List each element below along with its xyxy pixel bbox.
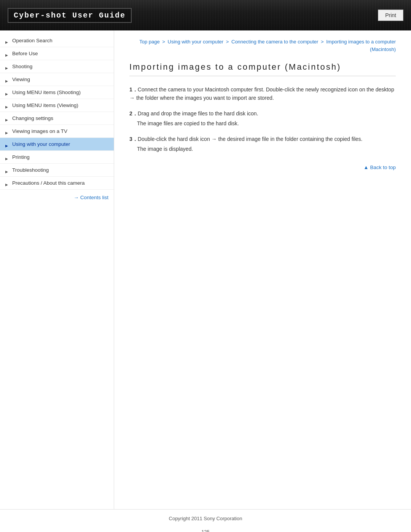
sidebar-item-using-menu-shooting[interactable]: Using MENU items (Shooting) (0, 86, 114, 99)
arrow-icon (5, 155, 9, 159)
sidebar-item-label: Shooting (12, 64, 32, 69)
step-3: 3．Double-click the hard disk icon → the … (129, 135, 396, 153)
arrow-icon (5, 65, 9, 69)
page-title: Importing images to a computer (Macintos… (129, 62, 396, 76)
sidebar-item-label: Using MENU items (Shooting) (12, 89, 81, 95)
sidebar-item-label: Printing (12, 154, 30, 160)
sidebar: Operation SearchBefore UseShootingViewin… (0, 30, 114, 509)
sidebar-item-using-computer[interactable]: Using with your computer (0, 138, 114, 151)
arrow-icon (5, 168, 9, 172)
contents-link-row: Contents list (0, 190, 114, 205)
step-1: 1．Connect the camera to your Macintosh c… (129, 85, 396, 102)
sidebar-item-label: Using MENU items (Viewing) (12, 102, 78, 108)
sidebar-item-shooting[interactable]: Shooting (0, 60, 114, 73)
arrow-icon (5, 91, 9, 94)
sidebar-item-troubleshooting[interactable]: Troubleshooting (0, 164, 114, 177)
breadcrumb-separator: > (319, 39, 325, 45)
sidebar-item-label: Operation Search (12, 38, 53, 43)
sidebar-item-label: Precautions / About this camera (12, 180, 85, 186)
header: Cyber-shot User Guide Print (0, 0, 411, 30)
breadcrumb-separator: > (161, 39, 167, 45)
step-2: 2．Drag and drop the image files to the h… (129, 109, 396, 128)
sidebar-item-label: Using with your computer (12, 141, 70, 147)
sidebar-item-precautions[interactable]: Precautions / About this camera (0, 177, 114, 190)
arrow-icon (5, 78, 9, 81)
breadcrumb-link-0[interactable]: Top page (139, 39, 160, 45)
footer: Copyright 2011 Sony Corporation 125 (0, 509, 411, 532)
step-3-text1: 3．Double-click the hard disk icon → the … (129, 135, 396, 143)
sidebar-item-viewing-tv[interactable]: Viewing images on a TV (0, 125, 114, 138)
arrow-icon (5, 181, 9, 185)
arrow-icon (5, 129, 9, 133)
copyright: Copyright 2011 Sony Corporation (6, 516, 405, 521)
arrow-icon (5, 52, 9, 56)
sidebar-item-operation-search[interactable]: Operation Search (0, 34, 114, 47)
sidebar-item-label: Before Use (12, 51, 38, 56)
breadcrumb-link-3[interactable]: Importing images to a computer (Macintos… (326, 39, 396, 52)
site-title: Cyber-shot User Guide (8, 8, 132, 23)
sidebar-item-viewing[interactable]: Viewing (0, 73, 114, 86)
sidebar-item-printing[interactable]: Printing (0, 151, 114, 164)
step-2-text2: The image files are copied to the hard d… (137, 119, 396, 128)
back-to-top-link[interactable]: Back to top (363, 165, 396, 170)
breadcrumb-link-2[interactable]: Connecting the camera to the computer (231, 39, 318, 45)
arrow-icon (5, 117, 9, 120)
sidebar-item-changing-settings[interactable]: Changing settings (0, 112, 114, 125)
step-3-text2: The image is displayed. (137, 145, 396, 153)
back-to-top-container: Back to top (129, 165, 396, 170)
contents-list-link[interactable]: Contents list (73, 195, 108, 200)
sidebar-item-using-menu-viewing[interactable]: Using MENU items (Viewing) (0, 99, 114, 112)
breadcrumb-separator: > (225, 39, 230, 45)
sidebar-item-before-use[interactable]: Before Use (0, 47, 114, 60)
breadcrumb-link-1[interactable]: Using with your computer (168, 39, 224, 45)
arrow-icon (5, 142, 9, 146)
print-button[interactable]: Print (378, 10, 403, 21)
sidebar-item-label: Viewing images on a TV (12, 128, 67, 134)
arrow-icon (5, 39, 9, 43)
sidebar-item-label: Troubleshooting (12, 167, 49, 173)
step-1-text: 1．Connect the camera to your Macintosh c… (129, 85, 396, 102)
main-container: Operation SearchBefore UseShootingViewin… (0, 30, 411, 509)
page-number: 125 (6, 529, 405, 532)
main-content: Top page > Using with your computer > Co… (114, 30, 411, 509)
arrow-icon (5, 104, 9, 107)
sidebar-item-label: Viewing (12, 77, 30, 82)
sidebar-item-label: Changing settings (12, 115, 53, 121)
step-2-text1: 2．Drag and drop the image files to the h… (129, 109, 396, 118)
breadcrumb: Top page > Using with your computer > Co… (129, 38, 396, 53)
